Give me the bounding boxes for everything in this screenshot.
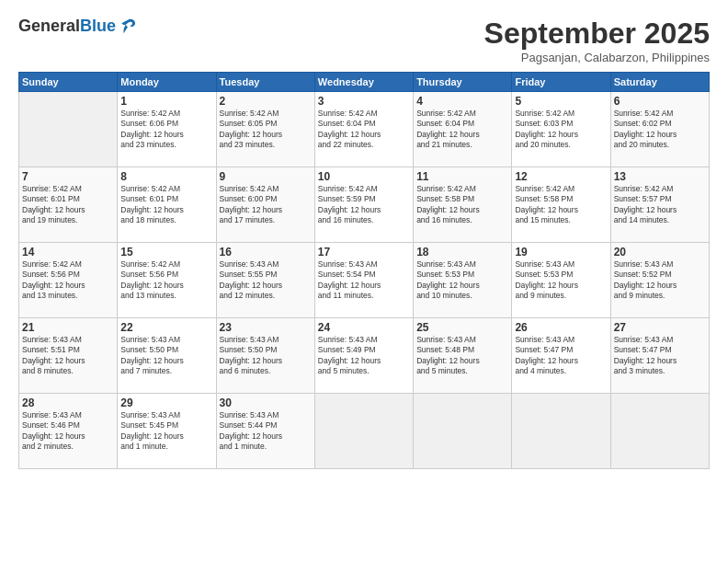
day-info: Sunrise: 5:43 AM Sunset: 5:44 PM Dayligh… — [220, 410, 312, 453]
day-number: 25 — [416, 321, 508, 334]
day-info: Sunrise: 5:42 AM Sunset: 6:01 PM Dayligh… — [22, 184, 114, 226]
day-number: 22 — [120, 321, 212, 334]
day-number: 29 — [120, 396, 212, 409]
day-info: Sunrise: 5:43 AM Sunset: 5:52 PM Dayligh… — [614, 259, 706, 302]
calendar-body: 1Sunrise: 5:42 AM Sunset: 6:06 PM Daylig… — [19, 92, 710, 469]
day-cell: 6Sunrise: 5:42 AM Sunset: 6:02 PM Daylig… — [610, 92, 709, 167]
day-number: 30 — [220, 396, 312, 409]
day-number: 16 — [220, 246, 312, 259]
day-cell: 30Sunrise: 5:43 AM Sunset: 5:44 PM Dayli… — [216, 394, 314, 469]
logo: GeneralBlue — [18, 17, 138, 37]
day-info: Sunrise: 5:42 AM Sunset: 6:04 PM Dayligh… — [416, 109, 508, 151]
logo-text: GeneralBlue — [18, 17, 116, 36]
week-row-5: 28Sunrise: 5:43 AM Sunset: 5:46 PM Dayli… — [19, 394, 710, 469]
day-number: 18 — [416, 246, 508, 259]
day-info: Sunrise: 5:42 AM Sunset: 5:56 PM Dayligh… — [120, 259, 212, 302]
day-cell: 19Sunrise: 5:43 AM Sunset: 5:53 PM Dayli… — [512, 243, 610, 318]
day-cell: 22Sunrise: 5:43 AM Sunset: 5:50 PM Dayli… — [118, 318, 216, 394]
day-cell: 20Sunrise: 5:43 AM Sunset: 5:52 PM Dayli… — [610, 243, 709, 318]
day-cell: 23Sunrise: 5:43 AM Sunset: 5:50 PM Dayli… — [216, 318, 314, 394]
day-number: 8 — [120, 170, 212, 183]
day-header-sunday: Sunday — [19, 73, 118, 92]
day-number: 14 — [22, 246, 114, 259]
day-cell: 5Sunrise: 5:42 AM Sunset: 6:03 PM Daylig… — [512, 92, 610, 167]
day-info: Sunrise: 5:43 AM Sunset: 5:50 PM Dayligh… — [120, 335, 212, 377]
day-info: Sunrise: 5:43 AM Sunset: 5:51 PM Dayligh… — [22, 335, 114, 377]
day-number: 12 — [515, 170, 607, 183]
day-cell: 14Sunrise: 5:42 AM Sunset: 5:56 PM Dayli… — [19, 243, 118, 318]
day-number: 6 — [614, 95, 706, 108]
day-number: 11 — [416, 170, 508, 183]
day-cell: 8Sunrise: 5:42 AM Sunset: 6:01 PM Daylig… — [118, 167, 216, 243]
day-info: Sunrise: 5:42 AM Sunset: 6:02 PM Dayligh… — [614, 109, 706, 151]
day-number: 2 — [220, 95, 312, 108]
day-cell: 17Sunrise: 5:43 AM Sunset: 5:54 PM Dayli… — [314, 243, 413, 318]
day-number: 13 — [614, 170, 706, 183]
day-cell: 9Sunrise: 5:42 AM Sunset: 6:00 PM Daylig… — [216, 167, 314, 243]
day-cell: 12Sunrise: 5:42 AM Sunset: 5:58 PM Dayli… — [512, 167, 610, 243]
day-number: 27 — [614, 321, 706, 334]
day-info: Sunrise: 5:43 AM Sunset: 5:53 PM Dayligh… — [416, 259, 508, 302]
day-cell: 1Sunrise: 5:42 AM Sunset: 6:06 PM Daylig… — [118, 92, 216, 167]
day-cell: 28Sunrise: 5:43 AM Sunset: 5:46 PM Dayli… — [19, 394, 118, 469]
day-number: 15 — [120, 246, 212, 259]
day-header-saturday: Saturday — [610, 73, 709, 92]
week-row-4: 21Sunrise: 5:43 AM Sunset: 5:51 PM Dayli… — [19, 318, 710, 394]
day-cell: 2Sunrise: 5:42 AM Sunset: 6:05 PM Daylig… — [216, 92, 314, 167]
day-info: Sunrise: 5:42 AM Sunset: 6:05 PM Dayligh… — [220, 109, 312, 151]
day-cell: 4Sunrise: 5:42 AM Sunset: 6:04 PM Daylig… — [414, 92, 512, 167]
day-info: Sunrise: 5:42 AM Sunset: 6:03 PM Dayligh… — [515, 109, 607, 151]
day-cell: 7Sunrise: 5:42 AM Sunset: 6:01 PM Daylig… — [19, 167, 118, 243]
day-cell: 25Sunrise: 5:43 AM Sunset: 5:48 PM Dayli… — [414, 318, 512, 394]
day-info: Sunrise: 5:42 AM Sunset: 5:59 PM Dayligh… — [318, 184, 410, 226]
day-header-thursday: Thursday — [414, 73, 512, 92]
day-number: 26 — [515, 321, 607, 334]
day-cell: 13Sunrise: 5:42 AM Sunset: 5:57 PM Dayli… — [610, 167, 709, 243]
day-info: Sunrise: 5:43 AM Sunset: 5:54 PM Dayligh… — [318, 259, 410, 302]
day-info: Sunrise: 5:42 AM Sunset: 5:58 PM Dayligh… — [416, 184, 508, 226]
header: GeneralBlue September 2025 Pagsanjan, Ca… — [18, 17, 710, 64]
day-info: Sunrise: 5:43 AM Sunset: 5:47 PM Dayligh… — [614, 335, 706, 377]
day-number: 20 — [614, 246, 706, 259]
day-number: 9 — [220, 170, 312, 183]
day-cell: 27Sunrise: 5:43 AM Sunset: 5:47 PM Dayli… — [610, 318, 709, 394]
day-info: Sunrise: 5:42 AM Sunset: 5:58 PM Dayligh… — [515, 184, 607, 226]
day-cell: 11Sunrise: 5:42 AM Sunset: 5:58 PM Dayli… — [414, 167, 512, 243]
day-cell: 15Sunrise: 5:42 AM Sunset: 5:56 PM Dayli… — [118, 243, 216, 318]
day-cell: 18Sunrise: 5:43 AM Sunset: 5:53 PM Dayli… — [414, 243, 512, 318]
day-cell: 21Sunrise: 5:43 AM Sunset: 5:51 PM Dayli… — [19, 318, 118, 394]
day-cell — [512, 394, 610, 469]
day-number: 19 — [515, 246, 607, 259]
day-header-tuesday: Tuesday — [216, 73, 314, 92]
calendar-header-row: SundayMondayTuesdayWednesdayThursdayFrid… — [19, 73, 710, 92]
day-info: Sunrise: 5:43 AM Sunset: 5:49 PM Dayligh… — [318, 335, 410, 377]
day-info: Sunrise: 5:42 AM Sunset: 6:01 PM Dayligh… — [120, 184, 212, 226]
title-area: September 2025 Pagsanjan, Calabarzon, Ph… — [484, 17, 710, 64]
day-info: Sunrise: 5:42 AM Sunset: 6:00 PM Dayligh… — [220, 184, 312, 226]
day-info: Sunrise: 5:42 AM Sunset: 5:56 PM Dayligh… — [22, 259, 114, 302]
day-number: 1 — [120, 95, 212, 108]
day-cell: 16Sunrise: 5:43 AM Sunset: 5:55 PM Dayli… — [216, 243, 314, 318]
day-number: 28 — [22, 396, 114, 409]
calendar-table: SundayMondayTuesdayWednesdayThursdayFrid… — [18, 72, 710, 469]
week-row-3: 14Sunrise: 5:42 AM Sunset: 5:56 PM Dayli… — [19, 243, 710, 318]
day-info: Sunrise: 5:43 AM Sunset: 5:50 PM Dayligh… — [220, 335, 312, 377]
day-number: 4 — [416, 95, 508, 108]
day-info: Sunrise: 5:43 AM Sunset: 5:46 PM Dayligh… — [22, 410, 114, 453]
day-cell: 26Sunrise: 5:43 AM Sunset: 5:47 PM Dayli… — [512, 318, 610, 394]
day-number: 21 — [22, 321, 114, 334]
day-info: Sunrise: 5:42 AM Sunset: 5:57 PM Dayligh… — [614, 184, 706, 226]
day-number: 23 — [220, 321, 312, 334]
logo-bird-icon — [118, 17, 138, 37]
day-info: Sunrise: 5:43 AM Sunset: 5:48 PM Dayligh… — [416, 335, 508, 377]
day-number: 24 — [318, 321, 410, 334]
day-cell: 24Sunrise: 5:43 AM Sunset: 5:49 PM Dayli… — [314, 318, 413, 394]
location: Pagsanjan, Calabarzon, Philippines — [484, 51, 710, 64]
day-info: Sunrise: 5:42 AM Sunset: 6:04 PM Dayligh… — [318, 109, 410, 151]
day-header-wednesday: Wednesday — [314, 73, 413, 92]
day-info: Sunrise: 5:42 AM Sunset: 6:06 PM Dayligh… — [120, 109, 212, 151]
day-cell: 10Sunrise: 5:42 AM Sunset: 5:59 PM Dayli… — [314, 167, 413, 243]
day-cell: 3Sunrise: 5:42 AM Sunset: 6:04 PM Daylig… — [314, 92, 413, 167]
day-number: 17 — [318, 246, 410, 259]
month-title: September 2025 — [484, 17, 710, 51]
